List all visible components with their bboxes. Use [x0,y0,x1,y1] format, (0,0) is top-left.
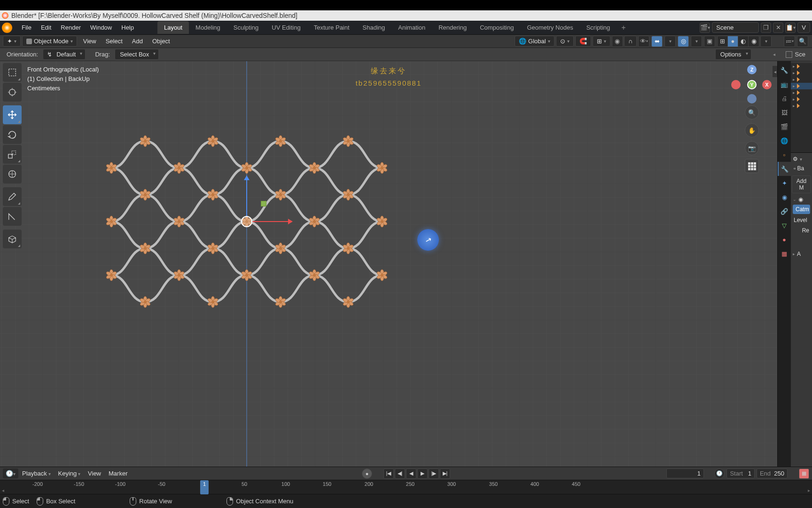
gizmo-x-axis[interactable] [252,221,289,222]
tab-animation[interactable]: Animation [391,21,432,34]
proportional-edit-toggle[interactable]: ◉ [612,36,623,47]
shading-rendered[interactable]: ◉ [749,36,759,47]
tab-rendering[interactable]: Rendering [432,21,473,34]
tool-measure[interactable] [3,207,22,226]
timeline-ruler[interactable]: 1 -200-150-100-5050100150200250300350400… [0,480,812,494]
transform-orientation-dropdown[interactable]: 🌐 Global ▾ [515,36,554,47]
outliner-collapse-icon[interactable]: ◂ [773,52,775,57]
timeline-playhead[interactable]: 1 [200,480,209,494]
scene-delete-button[interactable]: ✕ [773,23,783,33]
visibility-dropdown[interactable]: 👁▾ [638,36,649,47]
tool-annotate[interactable] [3,187,22,206]
jump-prev-keyframe-button[interactable]: ◀| [395,468,405,479]
timeline-scroll-right[interactable]: ▸ [808,488,810,493]
properties-tab-material[interactable]: ● [778,232,791,246]
editor-type-dropdown[interactable]: ✦▾ [3,36,21,47]
gizmo-toggle[interactable]: ⬌ [651,36,663,47]
collapsed-n-panel[interactable]: ◂ [773,66,777,77]
menu-edit[interactable]: Edit [36,22,56,33]
tool-cursor[interactable] [3,83,22,102]
jump-to-start-button[interactable]: |◀ [383,468,394,479]
menu-window[interactable]: Window [86,22,117,33]
axes-gizmo[interactable]: Z Y X [734,66,770,102]
properties-tab-texture[interactable]: ▦ [778,246,791,261]
overlay-toggle[interactable]: ◎ [678,36,689,47]
add-workspace-button[interactable]: + [617,24,630,32]
timeline-editor-type[interactable]: 🕐▾ [3,468,18,478]
gizmo-z-axis[interactable] [246,179,247,216]
xray-toggle[interactable]: ▣ [704,36,715,47]
tab-modeling[interactable]: Modeling [189,21,227,34]
menu-add[interactable]: Add [127,36,148,46]
menu-help[interactable]: Help [117,22,139,33]
app-logo-icon[interactable] [2,23,12,33]
shading-solid[interactable]: ● [728,36,738,47]
axis-z-neg-icon[interactable] [747,94,757,103]
pivot-dropdown[interactable]: ⊙▾ [556,36,574,47]
tab-layout[interactable]: Layout [157,21,189,34]
tool-scale[interactable] [3,145,22,164]
axis-x-icon[interactable]: X [762,80,772,89]
outliner-scene-label[interactable]: Sce [795,51,805,58]
play-button[interactable]: ▶ [417,468,428,479]
shading-material[interactable]: ◐ [738,36,749,47]
menu-view[interactable]: View [78,36,101,46]
properties-tab-scene[interactable]: 🎬 [778,119,791,134]
tool-select-box[interactable] [3,63,22,82]
subdiv-type-catmull[interactable]: Catm [793,205,810,214]
snap-toggle[interactable]: 🧲 [575,36,591,47]
menu-object[interactable]: Object [148,36,175,46]
tab-geometry-nodes[interactable]: Geometry Nodes [520,21,579,34]
timeline-playback-menu[interactable]: Playback [18,468,55,478]
viewlayer-field[interactable]: V [797,22,810,33]
orientation-dropdown[interactable]: ↯Default [43,49,86,60]
modifier-advanced-panel[interactable]: ▸A [791,250,812,258]
nav-camera-icon[interactable]: 📷 [745,141,759,155]
axis-x-neg-icon[interactable] [731,80,741,89]
overlay-dropdown[interactable]: ▾ [691,36,702,47]
outliner-row[interactable]: ▸ [791,103,812,109]
properties-tab-viewlayer[interactable]: 🖼 [778,105,791,119]
outliner-row[interactable]: ▸ [791,70,812,76]
tab-uv-editing[interactable]: UV Editing [265,21,307,34]
properties-breadcrumb[interactable]: ▫ Ba [791,163,812,174]
outliner-row[interactable]: ▸ [791,63,812,70]
outliner-row[interactable]: ▸ [791,89,812,96]
viewlayer-browse-button[interactable]: 📋▾ [785,23,796,33]
gizmo-dropdown[interactable]: ▾ [664,36,676,47]
add-modifier-button[interactable]: Add M [792,175,811,193]
mode-dropdown[interactable]: Object Mode ▾ [22,36,77,47]
nav-pan-icon[interactable]: ✋ [745,123,759,137]
tool-add-primitive[interactable] [3,230,22,248]
axis-y-icon[interactable]: Y [747,80,757,89]
jump-next-keyframe-button[interactable]: |▶ [429,468,439,479]
properties-tab-tool[interactable]: 🔧 [778,63,791,77]
properties-tab-particles[interactable]: ✦ [778,176,791,190]
end-frame-field[interactable]: End 250 [757,468,788,478]
properties-tab-constraints[interactable]: 🔗 [778,204,791,218]
tab-shading[interactable]: Shading [356,21,392,34]
tool-rotate[interactable] [3,125,22,144]
scene-new-button[interactable]: ❐ [761,23,771,33]
menu-file[interactable]: File [17,22,36,33]
snap-dropdown[interactable]: ⊞▾ [593,36,610,47]
scene-collection-icon[interactable] [786,51,792,58]
nav-zoom-icon[interactable]: 🔍 [745,105,759,119]
auto-keying-toggle[interactable]: ● [362,468,372,479]
tab-sculpting[interactable]: Sculpting [227,21,265,34]
properties-tab-physics[interactable]: ◉ [778,190,791,204]
tab-texture-paint[interactable]: Texture Paint [307,21,356,34]
shading-wireframe[interactable]: ⊞ [718,36,728,47]
current-frame-field[interactable]: 1 [666,468,704,478]
menu-select[interactable]: Select [101,36,127,46]
timeline-keying-menu[interactable]: Keying [55,468,85,478]
timeline-view-menu[interactable]: View [84,468,105,478]
outliner-row[interactable]: ▸ [791,96,812,103]
nav-perspective-icon[interactable] [745,159,759,173]
properties-tab-world[interactable]: 🌐 [778,134,791,148]
outliner-editor-type[interactable]: ≔▾ [784,36,795,47]
3d-viewport[interactable]: Front Orthographic (Local) (1) Collectio… [0,61,777,467]
outliner-search-icon[interactable]: 🔍 [797,36,808,47]
properties-tab-render[interactable]: 📺 [778,77,791,91]
timeline-marker-menu[interactable]: Marker [105,468,131,478]
